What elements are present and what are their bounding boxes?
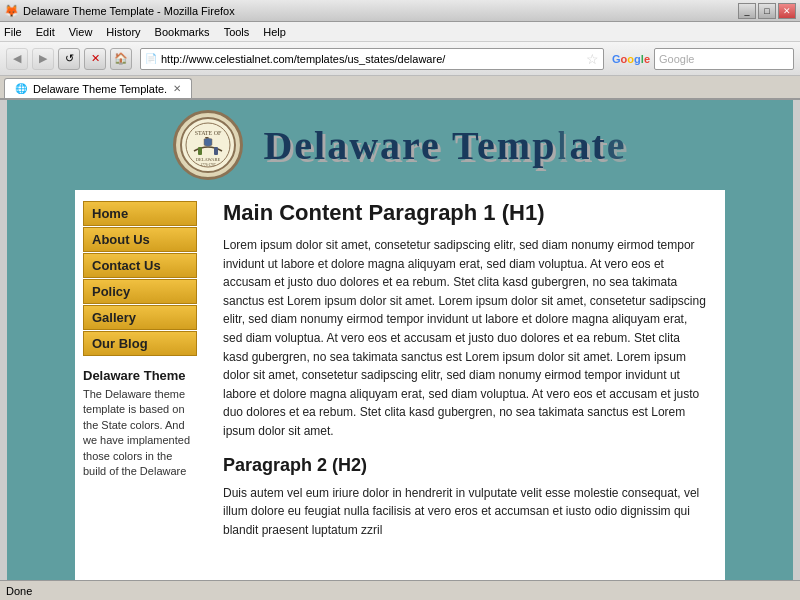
page-wrapper: STATE OF DELAWARE 1776-1787	[7, 100, 793, 580]
svg-text:STATE OF: STATE OF	[195, 130, 222, 136]
forward-button[interactable]: ▶	[32, 48, 54, 70]
search-placeholder: Google	[659, 53, 694, 65]
svg-rect-4	[198, 147, 202, 155]
content-heading-1: Main Content Paragraph 1 (H1)	[223, 200, 707, 226]
content-area: Main Content Paragraph 1 (H1) Lorem ipsu…	[205, 190, 725, 580]
tab-icon: 🌐	[15, 83, 27, 94]
nav-item-gallery[interactable]: Gallery	[83, 305, 197, 330]
nav-item-contact[interactable]: Contact Us	[83, 253, 197, 278]
menu-bookmarks[interactable]: Bookmarks	[155, 26, 210, 38]
menu-help[interactable]: Help	[263, 26, 286, 38]
sidebar-heading: Delaware Theme	[83, 368, 197, 383]
menu-file[interactable]: File	[4, 26, 22, 38]
search-bar[interactable]: Google	[654, 48, 794, 70]
status-bar: Done	[0, 580, 800, 600]
home-button[interactable]: 🏠	[110, 48, 132, 70]
tab-close-button[interactable]: ✕	[173, 83, 181, 94]
window-title: Delaware Theme Template - Mozilla Firefo…	[23, 5, 738, 17]
content-paragraph-1: Lorem ipsum dolor sit amet, consetetur s…	[223, 236, 707, 441]
maximize-button[interactable]: □	[758, 3, 776, 19]
seal-svg: STATE OF DELAWARE 1776-1787	[180, 117, 236, 173]
nav-item-home[interactable]: Home	[83, 201, 197, 226]
svg-rect-5	[214, 147, 218, 155]
address-text: http://www.celestialnet.com/templates/us…	[161, 53, 586, 65]
page-inner: STATE OF DELAWARE 1776-1787	[75, 100, 725, 580]
active-tab[interactable]: 🌐 Delaware Theme Template. ✕	[4, 78, 192, 98]
back-button[interactable]: ◀	[6, 48, 28, 70]
address-bar[interactable]: 📄 http://www.celestialnet.com/templates/…	[140, 48, 604, 70]
minimize-button[interactable]: _	[738, 3, 756, 19]
title-bar: 🦊 Delaware Theme Template - Mozilla Fire…	[0, 0, 800, 22]
stop-button[interactable]: ✕	[84, 48, 106, 70]
sidebar-description: The Delaware theme template is based on …	[83, 387, 197, 479]
close-button[interactable]: ✕	[778, 3, 796, 19]
navigation-bar: ◀ ▶ ↺ ✕ 🏠 📄 http://www.celestialnet.com/…	[0, 42, 800, 76]
nav-item-blog[interactable]: Our Blog	[83, 331, 197, 356]
nav-item-about[interactable]: About Us	[83, 227, 197, 252]
site-header: STATE OF DELAWARE 1776-1787	[75, 100, 725, 190]
svg-text:DELAWARE: DELAWARE	[196, 157, 221, 162]
content-paragraph-2: Duis autem vel eum iriure dolor in hendr…	[223, 484, 707, 540]
menu-view[interactable]: View	[69, 26, 93, 38]
browser-content[interactable]: STATE OF DELAWARE 1776-1787	[7, 100, 793, 580]
nav-item-policy[interactable]: Policy	[83, 279, 197, 304]
status-text: Done	[6, 585, 32, 597]
sidebar: Home About Us Contact Us Policy Gallery …	[75, 190, 205, 580]
site-title-container: Delaware Template	[263, 122, 626, 169]
tab-label: Delaware Theme Template.	[33, 83, 167, 95]
window-controls[interactable]: _ □ ✕	[738, 3, 796, 19]
address-icon: 📄	[145, 53, 157, 64]
menu-history[interactable]: History	[106, 26, 140, 38]
tab-bar: 🌐 Delaware Theme Template. ✕	[0, 76, 800, 100]
menu-tools[interactable]: Tools	[224, 26, 250, 38]
google-brand: Google	[612, 53, 650, 65]
menu-bar: File Edit View History Bookmarks Tools H…	[0, 22, 800, 42]
svg-text:1776-1787: 1776-1787	[201, 163, 216, 167]
main-layout: Home About Us Contact Us Policy Gallery …	[75, 190, 725, 580]
bookmark-icon[interactable]: ☆	[586, 51, 599, 67]
menu-edit[interactable]: Edit	[36, 26, 55, 38]
state-seal: STATE OF DELAWARE 1776-1787	[173, 110, 243, 180]
seal-inner: STATE OF DELAWARE 1776-1787	[178, 115, 238, 175]
content-heading-2: Paragraph 2 (H2)	[223, 455, 707, 476]
site-title: Delaware Template	[263, 123, 626, 168]
reload-button[interactable]: ↺	[58, 48, 80, 70]
